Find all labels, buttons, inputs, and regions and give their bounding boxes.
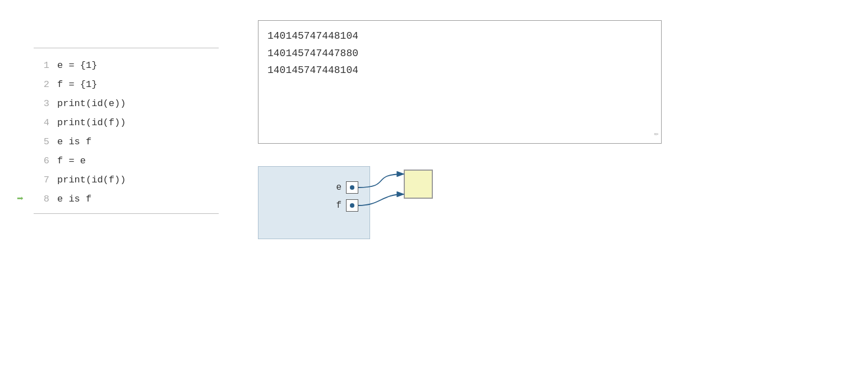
code-line: 4print(id(f)) (34, 113, 219, 132)
bottom-divider (34, 213, 219, 214)
var-f-label: f (336, 200, 341, 211)
output-line-1: 140145747448104 (267, 28, 652, 45)
frame-row-f: f (270, 199, 358, 212)
line-code: print(id(e)) (57, 94, 126, 113)
code-line: 6f = e (34, 152, 219, 171)
code-line: 3print(id(e)) (34, 94, 219, 113)
current-line-arrow: ➡ (17, 188, 24, 211)
code-line: 2f = {1} (34, 75, 219, 94)
line-code: f = e (57, 152, 86, 171)
var-f-dot (350, 203, 354, 208)
line-code: print(id(f)) (57, 113, 126, 132)
line-number: 2 (34, 75, 49, 94)
line-code: print(id(f)) (57, 171, 126, 190)
objects-area (404, 166, 433, 199)
frame-row-e: e (270, 181, 358, 194)
viz-content: e f (258, 166, 433, 239)
code-line: 7print(id(f)) (34, 171, 219, 190)
line-code: f = {1} (57, 75, 97, 94)
right-panel: 140145747448104 140145747447880 14014574… (236, 0, 868, 375)
var-e-dot-container (346, 181, 358, 194)
line-number: 8 (34, 190, 49, 209)
line-code: e is f (57, 190, 91, 209)
top-divider (34, 48, 219, 48)
left-panel: 1e = {1}2f = {1}3print(id(e))4print(id(f… (0, 0, 236, 375)
output-box: 140145747448104 140145747447880 14014574… (258, 20, 662, 144)
output-line-3: 140145747448104 (267, 62, 652, 79)
line-number: 5 (34, 132, 49, 152)
set-value-box (404, 170, 433, 199)
viz-area: e f (258, 161, 846, 239)
output-line-2: 140145747447880 (267, 45, 652, 62)
line-number: 1 (34, 56, 49, 75)
global-frame-box: e f (258, 166, 370, 239)
var-f-dot-container (346, 199, 358, 212)
line-number: 6 (34, 152, 49, 171)
resize-handle-icon[interactable]: ✏ (654, 127, 659, 141)
code-area: 1e = {1}2f = {1}3print(id(e))4print(id(f… (34, 56, 219, 209)
python-version-title (34, 22, 219, 40)
line-code: e is f (57, 132, 91, 152)
line-code: e = {1} (57, 56, 97, 75)
var-e-label: e (336, 182, 341, 193)
var-e-dot (350, 185, 354, 190)
code-line: ➡8e is f (34, 190, 219, 209)
line-number: 4 (34, 113, 49, 132)
line-number: 7 (34, 171, 49, 190)
code-line: 5e is f (34, 132, 219, 152)
line-number: 3 (34, 94, 49, 113)
code-line: 1e = {1} (34, 56, 219, 75)
